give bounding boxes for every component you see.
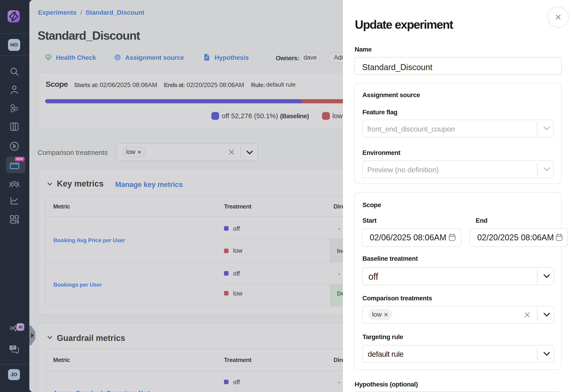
svg-text:?: ?	[12, 346, 14, 350]
